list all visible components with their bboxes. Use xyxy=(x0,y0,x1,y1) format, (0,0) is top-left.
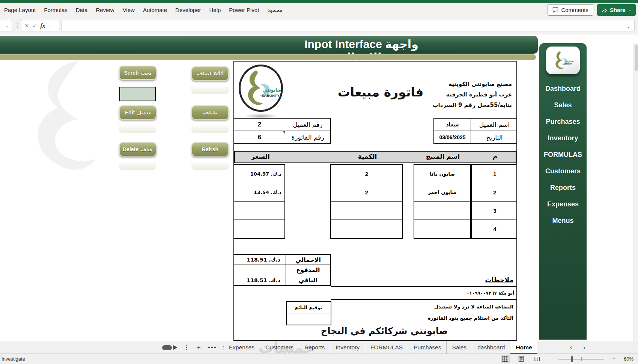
qty-cell-2[interactable]: 2 xyxy=(331,183,402,202)
refresh-button[interactable]: Refrsh xyxy=(191,142,229,156)
delete-button[interactable]: Deleteحذف xyxy=(119,142,156,156)
ribbon-tab-formulas[interactable]: Formulas xyxy=(40,3,72,17)
ribbon-tabs: Page LayoutFormulasDataReviewViewAutomat… xyxy=(0,3,287,17)
notes-box[interactable]: أبو مكة ٠١٠٩٩٠٠٧٢٦٧ xyxy=(331,286,517,300)
scroll-tabs-left-icon[interactable]: ‹ xyxy=(570,344,572,351)
edit-button[interactable]: Editتعديل xyxy=(119,105,156,120)
drag-handle-icon[interactable]: ⋮ xyxy=(15,22,21,29)
sidebar-logo-button[interactable]: صابونتي SABONTY xyxy=(546,47,580,74)
share-button[interactable]: Share ⌄ xyxy=(597,4,636,16)
sheet-tab-home-active[interactable]: Home xyxy=(510,341,537,354)
sidebar-item-sales[interactable]: Sales xyxy=(554,97,572,113)
page-layout-view-icon[interactable] xyxy=(517,355,526,363)
row-number-cell-1: 1 xyxy=(472,165,517,183)
sheet-tab-sales[interactable]: Sales xyxy=(446,341,472,354)
price-cell-1[interactable]: د.ك. 104.97 xyxy=(234,165,284,183)
invoice-number-value-0[interactable]: 2 xyxy=(234,119,285,131)
qty-cell-3[interactable] xyxy=(331,202,402,220)
sheet-tab-formulas[interactable]: FORMULAS xyxy=(365,341,408,354)
sheet-tab-purchases[interactable]: Purchases xyxy=(408,341,446,354)
add-sheet-icon[interactable]: ＋ xyxy=(196,341,202,354)
sheet-options-icon[interactable]: ⋮ xyxy=(183,341,190,354)
enter-icon[interactable]: ✓ xyxy=(33,23,37,29)
ribbon-tab-help[interactable]: Help xyxy=(205,3,225,17)
zoom-slider[interactable] xyxy=(558,356,604,362)
share-label: Share xyxy=(610,7,626,13)
cancel-icon[interactable]: ✕ xyxy=(24,23,29,29)
price-cell-4[interactable] xyxy=(234,220,284,238)
zoom-out-icon[interactable]: − xyxy=(548,356,552,362)
name-box[interactable]: ⌄ xyxy=(0,20,12,32)
customer-info-label-1: التاريخ xyxy=(471,131,517,143)
ribbon-tab-data[interactable]: Data xyxy=(72,3,92,17)
header-product-name: اسم المنتج xyxy=(426,153,460,161)
sheet-tab-customers[interactable]: Customers xyxy=(260,341,299,354)
insert-function-icon[interactable]: fx xyxy=(40,23,45,29)
ribbon-tab-page-layout[interactable]: Page Layout xyxy=(0,3,40,17)
total-value-1[interactable] xyxy=(234,265,286,275)
comments-button[interactable]: Comments xyxy=(548,4,593,16)
price-cell-2[interactable]: د.ك. 13.54 xyxy=(234,183,284,202)
formula-input[interactable]: ⌄ xyxy=(61,20,635,32)
ribbon-tab-developer[interactable]: Developer xyxy=(171,3,205,17)
scrollbar-thumb[interactable] xyxy=(635,45,638,71)
company-logo: صابونتي SABONTY xyxy=(239,65,283,112)
zoom-slider-thumb[interactable] xyxy=(571,356,573,362)
sheet-tab-reports[interactable]: Reports xyxy=(299,341,330,354)
sidebar-item-menus[interactable]: Menus xyxy=(552,212,573,229)
zoom-in-icon[interactable]: ＋ xyxy=(611,355,617,363)
normal-view-icon[interactable] xyxy=(501,355,510,363)
ribbon-tab-power-pivot[interactable]: Power Pivot xyxy=(225,3,263,17)
sheet-tab-expenses[interactable]: Expenses xyxy=(224,341,260,354)
status-bar: Investigate − ＋ 60% xyxy=(0,353,638,364)
more-sheets-icon[interactable]: ••• xyxy=(208,341,217,354)
ribbon-tab-محمود[interactable]: محمود xyxy=(263,3,287,17)
signature-field[interactable] xyxy=(287,313,331,325)
sidebar-item-expenses[interactable]: Expenses xyxy=(547,196,579,212)
print-button-reflection: طباعة xyxy=(191,122,229,133)
invoice-number-label-0: رقم العميل xyxy=(285,119,330,131)
product-name-cell-1[interactable]: صابون دانا xyxy=(414,165,470,183)
sidebar-item-dashboard[interactable]: Dashboard xyxy=(545,80,581,97)
customer-info-value-1[interactable]: 03/06/2025 xyxy=(434,131,471,143)
product-name-cell-2[interactable]: صابون احمر xyxy=(414,183,470,202)
customer-info-table: سعاداسم العميل03/06/2025التاريخ xyxy=(433,118,517,144)
sidebar-item-formulas[interactable]: FORMULAS xyxy=(544,146,582,163)
sidebar-item-inventory[interactable]: Inventory xyxy=(548,130,578,146)
ribbon-tab-automate[interactable]: Automate xyxy=(139,3,171,17)
total-amount: د.ك. 118.51 xyxy=(247,257,280,263)
macro-indicator-icon[interactable] xyxy=(162,345,177,350)
header-price: السعر xyxy=(251,153,270,161)
add-button[interactable]: اضافةAdd xyxy=(191,66,229,81)
sidebar-item-reports[interactable]: Reports xyxy=(550,179,576,196)
qty-cell-4[interactable] xyxy=(331,220,402,238)
product-name-cell-4[interactable] xyxy=(414,220,470,238)
customer-info-value-0[interactable]: سعاد xyxy=(434,119,471,131)
sheet-tab-inventory[interactable]: Inventory xyxy=(330,341,365,354)
totals-row: المدفوع xyxy=(234,265,330,275)
vertical-scrollbar[interactable] xyxy=(633,43,638,341)
add-label-en: Add xyxy=(214,71,224,77)
sheet-tab-dashboard[interactable]: dashboard xyxy=(472,341,510,354)
ribbon-tab-review[interactable]: Review xyxy=(92,3,118,17)
print-button[interactable]: طباعة xyxy=(191,105,229,120)
sidebar-item-purchases[interactable]: Purchases xyxy=(546,113,580,130)
total-value-2[interactable]: د.ك. 118.51 xyxy=(234,275,286,285)
invoice-number-value-1[interactable]: 6 xyxy=(234,131,285,143)
search-input[interactable] xyxy=(119,87,156,101)
price-cell-3[interactable] xyxy=(234,202,284,220)
page-break-view-icon[interactable] xyxy=(533,355,542,363)
qty-cell-1[interactable]: 2 xyxy=(331,165,402,183)
product-name-cell-3[interactable] xyxy=(414,202,470,220)
company-address-2: بنايه/55محل رقم 9 السرداب xyxy=(399,100,512,110)
serch-button[interactable]: Serchبحث xyxy=(119,66,156,80)
total-value-0[interactable]: د.ك. 118.51 xyxy=(234,255,286,265)
invoice-numbers-table: 2رقم العميل6رقم الفاتورة xyxy=(233,118,331,144)
svg-text:صابونتي: صابونتي xyxy=(564,60,573,63)
sidebar-item-customers[interactable]: Customers xyxy=(545,163,581,179)
status-text: Investigate xyxy=(2,354,25,364)
ribbon-tab-view[interactable]: View xyxy=(119,3,139,17)
serch-label-en: Serch xyxy=(124,70,139,76)
formula-bar-expand-icon[interactable]: ⌄ xyxy=(627,24,630,29)
scroll-tabs-right-icon[interactable]: › xyxy=(583,344,585,351)
